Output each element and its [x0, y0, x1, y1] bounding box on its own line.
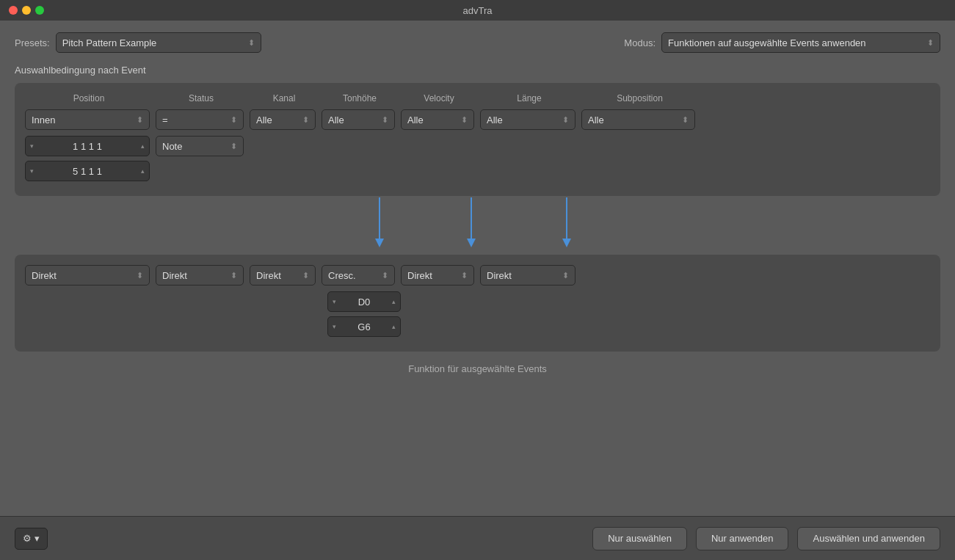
filter-velocity-value: Alle — [407, 114, 424, 126]
action-direkt2-value: Direkt — [162, 270, 187, 281]
svg-marker-1 — [375, 239, 384, 247]
bottom-buttons: Nur auswählen Nur anwenden Auswählen und… — [592, 527, 940, 550]
position-stepper-2[interactable]: ▾ 5 1 1 1 ▴ — [25, 161, 150, 181]
filter-tonhohe-chevron-icon: ⬍ — [382, 115, 388, 125]
filter-subposition-chevron-icon: ⬍ — [682, 115, 689, 125]
select-only-button[interactable]: Nur auswählen — [592, 527, 687, 550]
note-g6-value: G6 — [336, 321, 392, 332]
action-direkt-vel-chevron-icon: ⬍ — [461, 271, 468, 280]
header-lange: Länge — [482, 93, 577, 103]
action-direkt3-chevron-icon: ⬍ — [302, 271, 309, 280]
d0-up-icon[interactable]: ▴ — [392, 298, 396, 306]
action-direkt-vel-select[interactable]: Direkt ⬍ — [401, 265, 474, 286]
value-row-2: ▾ 5 1 1 1 ▴ — [25, 161, 930, 181]
function-section-title: Funktion für ausgewählte Events — [15, 363, 940, 374]
connector-lines — [15, 196, 940, 255]
presets-label: Presets: — [15, 37, 50, 48]
action-direkt-lange-value: Direkt — [487, 270, 512, 281]
action-direkt1-value: Direkt — [32, 270, 57, 281]
header-velocity: Velocity — [402, 93, 476, 103]
action-direkt-lange-select[interactable]: Direkt ⬍ — [480, 265, 575, 286]
minimize-button[interactable] — [22, 6, 31, 15]
position-value-2: 5 1 1 1 — [34, 166, 141, 177]
filter-velocity-select[interactable]: Alle ⬍ — [401, 109, 474, 130]
header-kanal: Kanal — [251, 93, 317, 103]
svg-marker-3 — [467, 239, 476, 247]
filter-tonhohe-value: Alle — [328, 114, 344, 126]
selection-section-title: Auswahlbedingung nach Event — [15, 65, 940, 76]
note-row-2: ▾ G6 ▴ — [327, 316, 930, 337]
gear-chevron-icon: ▾ — [35, 533, 40, 544]
filter-lange-select[interactable]: Alle ⬍ — [480, 109, 575, 130]
close-button[interactable] — [9, 6, 18, 15]
action-direkt2-select[interactable]: Direkt ⬍ — [156, 265, 244, 286]
presets-select[interactable]: Pitch Pattern Example ⬍ — [56, 32, 261, 53]
filter-row: Innen ⬍ = ⬍ Alle ⬍ Alle ⬍ Alle ⬍ Alle ⬍ — [25, 109, 930, 130]
bottom-bar: ⚙ ▾ Nur auswählen Nur anwenden Auswählen… — [0, 516, 955, 560]
apply-only-button[interactable]: Nur anwenden — [696, 527, 789, 550]
filter-status-value: = — [162, 114, 168, 126]
action-direkt1-select[interactable]: Direkt ⬍ — [25, 265, 150, 286]
presets-value: Pitch Pattern Example — [62, 37, 157, 48]
gear-icon: ⚙ — [23, 533, 32, 544]
modus-label: Modus: — [624, 37, 656, 48]
header-status: Status — [157, 93, 245, 103]
traffic-lights — [9, 6, 44, 15]
filter-kanal-value: Alle — [256, 114, 272, 126]
header-subposition: Subposition — [583, 93, 697, 103]
window-title: advTra — [463, 5, 493, 16]
note-g6-stepper[interactable]: ▾ G6 ▴ — [327, 316, 401, 337]
action-direkt3-select[interactable]: Direkt ⬍ — [250, 265, 316, 286]
note-select-1[interactable]: Note ⬍ — [156, 136, 244, 156]
modus-chevron-icon: ⬍ — [927, 38, 934, 48]
action-direkt1-chevron-icon: ⬍ — [137, 271, 143, 280]
note-d0-stepper[interactable]: ▾ D0 ▴ — [327, 291, 401, 312]
connector-area — [15, 196, 940, 255]
filter-position-select[interactable]: Innen ⬍ — [25, 109, 150, 130]
filter-status-select[interactable]: = ⬍ — [156, 109, 244, 130]
main-content: Presets: Pitch Pattern Example ⬍ Modus: … — [0, 21, 955, 392]
position-stepper-1[interactable]: ▾ 1 1 1 1 ▴ — [25, 136, 150, 156]
filter-subposition-select[interactable]: Alle ⬍ — [581, 109, 695, 130]
svg-marker-5 — [562, 239, 571, 247]
action-cresc-chevron-icon: ⬍ — [382, 271, 388, 280]
filter-status-chevron-icon: ⬍ — [230, 115, 237, 125]
action-row: Direkt ⬍ Direkt ⬍ Direkt ⬍ Cresc. ⬍ Dire… — [25, 265, 930, 286]
note1-chevron-icon: ⬍ — [230, 142, 237, 151]
position-value-1: 1 1 1 1 — [34, 141, 141, 152]
pos1-up-icon[interactable]: ▴ — [141, 142, 145, 150]
note-row-1: ▾ D0 ▴ — [327, 291, 930, 312]
action-panel: Direkt ⬍ Direkt ⬍ Direkt ⬍ Cresc. ⬍ Dire… — [15, 255, 940, 352]
header-position: Position — [26, 93, 151, 103]
action-cresc-value: Cresc. — [328, 270, 356, 281]
action-direkt2-chevron-icon: ⬍ — [230, 271, 237, 280]
select-and-apply-button[interactable]: Auswählen und anwenden — [797, 527, 940, 550]
presets-chevron-icon: ⬍ — [248, 38, 255, 48]
action-direkt-lange-chevron-icon: ⬍ — [562, 271, 569, 280]
filter-lange-chevron-icon: ⬍ — [562, 115, 569, 125]
filter-kanal-chevron-icon: ⬍ — [302, 115, 309, 125]
filter-subposition-value: Alle — [588, 114, 604, 126]
modus-value: Funktionen auf ausgewählte Events anwend… — [668, 37, 866, 48]
g6-up-icon[interactable]: ▴ — [392, 323, 396, 331]
modus-select[interactable]: Funktionen auf ausgewählte Events anwend… — [661, 32, 940, 53]
action-cresc-select[interactable]: Cresc. ⬍ — [322, 265, 395, 286]
header-tonhohe: Tonhöhe — [323, 93, 396, 103]
action-direkt3-value: Direkt — [256, 270, 281, 281]
title-bar: advTra — [0, 0, 955, 21]
filter-velocity-chevron-icon: ⬍ — [461, 115, 468, 125]
filter-kanal-select[interactable]: Alle ⬍ — [250, 109, 316, 130]
top-row: Presets: Pitch Pattern Example ⬍ Modus: … — [15, 32, 940, 53]
column-headers: Position Status Kanal Tonhöhe Velocity L… — [25, 93, 930, 103]
action-direkt-vel-value: Direkt — [407, 270, 432, 281]
maximize-button[interactable] — [35, 6, 44, 15]
filter-tonhohe-select[interactable]: Alle ⬍ — [322, 109, 395, 130]
modus-section: Modus: Funktionen auf ausgewählte Events… — [624, 32, 940, 53]
note-d0-value: D0 — [336, 297, 392, 308]
filter-position-value: Innen — [32, 114, 56, 126]
gear-button[interactable]: ⚙ ▾ — [15, 528, 48, 550]
selection-panel: Position Status Kanal Tonhöhe Velocity L… — [15, 83, 940, 196]
note-value-1: Note — [162, 141, 182, 152]
value-row-1: ▾ 1 1 1 1 ▴ Note ⬍ — [25, 136, 930, 156]
pos2-up-icon[interactable]: ▴ — [141, 167, 145, 175]
